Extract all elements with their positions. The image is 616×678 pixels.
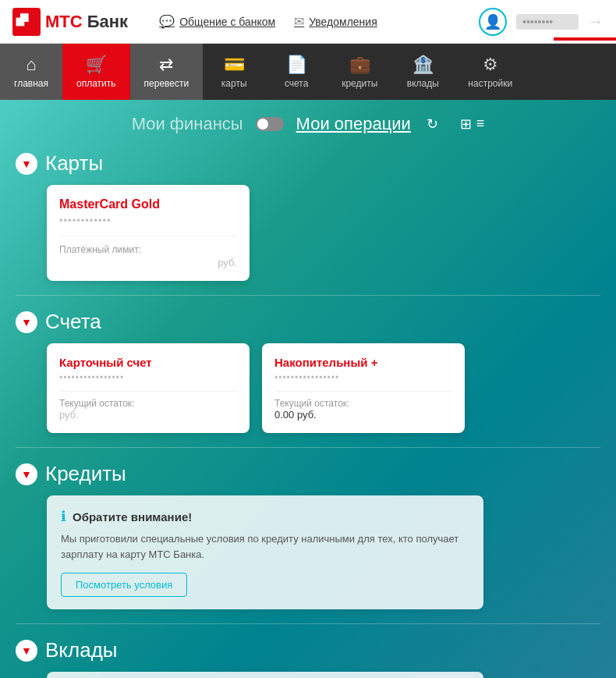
credits-icon: 💼	[349, 55, 370, 75]
account1-number: ••••••••••••••••	[59, 372, 237, 383]
header: МТС Банк 💬 Общение с банком ✉ Уведомлени…	[0, 0, 616, 44]
logo: МТС Банк	[12, 8, 128, 36]
section-divider-1	[16, 295, 600, 296]
nav-item-accounts[interactable]: 📄 счета	[265, 44, 327, 100]
chat-label[interactable]: Общение с банком	[179, 16, 275, 28]
main-nav: ⌂ главная 🛒 оплатить ⇄ перевести 💳 карты…	[0, 44, 616, 100]
accounts-section: ▼ Счета Карточный счет •••••••••••••••• …	[0, 300, 616, 442]
credits-section-title: Кредиты	[45, 462, 126, 486]
credits-section: ▼ Кредиты ℹ Обратите внимание! Мы пригот…	[0, 453, 616, 619]
notifications-link[interactable]: ✉ Уведомления	[294, 14, 377, 29]
nav-item-deposits[interactable]: 🏦 вклады	[391, 44, 454, 100]
chat-icon: 💬	[159, 14, 175, 29]
header-right: 👤 •••••••• →	[479, 8, 604, 36]
account2-balance-value: 0.00 руб.	[274, 409, 452, 421]
settings-icon: ⚙	[483, 55, 498, 75]
refresh-icon[interactable]: ↻	[427, 115, 438, 133]
cards-section: ▼ Карты MasterCard Gold •••••••••••• Пла…	[0, 142, 616, 290]
card-limit-label: Платёжный лимит:	[59, 244, 237, 255]
nav-label-accounts: счета	[285, 78, 308, 89]
deposits-icon: 🏦	[412, 55, 434, 75]
card-account-widget[interactable]: Карточный счет •••••••••••••••• Текущий …	[47, 343, 250, 433]
cards-section-title: Карты	[45, 151, 103, 176]
user-name: ••••••••	[516, 14, 579, 30]
account1-balance-value: руб.	[59, 409, 237, 421]
view-toggle-switch[interactable]	[256, 117, 284, 131]
avatar: 👤	[479, 8, 507, 36]
mts-logo-icon	[12, 8, 41, 36]
nav-item-home[interactable]: ⌂ главная	[0, 44, 62, 100]
nav-label-credits: кредиты	[342, 78, 377, 89]
account1-title: Карточный счет	[59, 356, 237, 369]
mastercard-gold-widget[interactable]: MasterCard Gold •••••••••••• Платёжный л…	[47, 185, 250, 281]
account1-divider	[59, 391, 237, 392]
nav-item-transfer[interactable]: ⇄ перевести	[130, 44, 204, 100]
account2-number: ••••••••••••••••	[274, 372, 452, 383]
cards-section-header: ▼ Карты	[16, 151, 600, 176]
nav-item-credits[interactable]: 💼 кредиты	[327, 44, 391, 100]
main-content: Мои финансы Мои операции ↻ ⊞ ≡ ▼ Карты M…	[0, 100, 616, 678]
view-conditions-button[interactable]: Посмотреть условия	[61, 573, 187, 597]
logout-button[interactable]: →	[588, 12, 604, 30]
grid-view-icon[interactable]: ⊞	[460, 115, 472, 133]
accounts-icon: 📄	[286, 55, 307, 75]
home-icon: ⌂	[26, 55, 36, 75]
nav-item-pay[interactable]: 🛒 оплатить	[62, 44, 130, 100]
accounts-section-header: ▼ Счета	[16, 310, 600, 334]
nav-item-cards[interactable]: 💳 карты	[203, 44, 265, 100]
nav-item-settings[interactable]: ⚙ настройки	[454, 44, 526, 100]
view-toggle-bar: Мои финансы Мои операции ↻ ⊞ ≡	[0, 100, 616, 142]
nav-label-home: главная	[14, 78, 48, 89]
nav-label-deposits: вклады	[407, 78, 439, 89]
credits-info-icon: ℹ	[61, 508, 66, 525]
nav-label-pay: оплатить	[76, 78, 116, 89]
view-mode-icons: ⊞ ≡	[460, 115, 485, 133]
credits-info-header: ℹ Обратите внимание!	[61, 508, 469, 525]
svg-rect-2	[20, 13, 29, 22]
account2-divider	[274, 391, 452, 392]
deposits-section-header: ▼ Вклады	[16, 638, 600, 662]
credits-section-header: ▼ Кредиты	[16, 462, 600, 486]
card-limit-value: руб.	[59, 257, 237, 268]
card-number: ••••••••••••	[59, 215, 237, 226]
nav-label-cards: карты	[221, 78, 247, 89]
active-view-title[interactable]: Мои операции	[296, 114, 411, 134]
card-divider	[59, 236, 237, 236]
savings-account-widget[interactable]: Накопительный + •••••••••••••••• Текущий…	[262, 343, 465, 433]
deposits-expand-button[interactable]: ▼	[16, 640, 37, 662]
header-accent-line	[554, 37, 616, 41]
chat-link[interactable]: 💬 Общение с банком	[159, 14, 275, 29]
credits-expand-button[interactable]: ▼	[16, 463, 37, 485]
account2-title: Накопительный +	[274, 356, 452, 369]
card-title: MasterCard Gold	[59, 197, 237, 211]
list-view-icon[interactable]: ≡	[476, 115, 485, 133]
inactive-view-title: Мои финансы	[132, 114, 243, 134]
section-divider-3	[16, 623, 600, 624]
deposits-section-title: Вклады	[45, 638, 118, 662]
header-links: 💬 Общение с банком ✉ Уведомления	[159, 14, 479, 29]
transfer-icon: ⇄	[159, 55, 173, 75]
account1-balance-label: Текущий остаток:	[59, 398, 237, 409]
logo-text: МТС Банк	[45, 12, 128, 32]
credits-info-title: Обратите внимание!	[73, 510, 192, 524]
section-divider-2	[16, 447, 600, 448]
deposits-section: ▼ Вклады ℹ Обратите внимание! Откройте в…	[0, 629, 616, 678]
cards-expand-button[interactable]: ▼	[16, 153, 37, 175]
credits-info-text: Мы приготовили специальные условия по кр…	[61, 531, 469, 562]
deposits-info-box: ℹ Обратите внимание! Откройте вклад в ин…	[47, 672, 483, 678]
cards-icon: 💳	[224, 55, 245, 75]
accounts-expand-button[interactable]: ▼	[16, 311, 37, 333]
account2-balance-label: Текущий остаток:	[274, 398, 452, 409]
accounts-list: Карточный счет •••••••••••••••• Текущий …	[47, 343, 600, 433]
nav-label-transfer: перевести	[144, 78, 189, 89]
pay-icon: 🛒	[86, 55, 107, 75]
nav-label-settings: настройки	[468, 78, 512, 89]
cards-list: MasterCard Gold •••••••••••• Платёжный л…	[47, 185, 600, 281]
accounts-section-title: Счета	[45, 310, 101, 334]
mail-icon: ✉	[294, 14, 304, 29]
credits-info-box: ℹ Обратите внимание! Мы приготовили спец…	[47, 495, 483, 609]
notifications-label[interactable]: Уведомления	[309, 16, 377, 28]
